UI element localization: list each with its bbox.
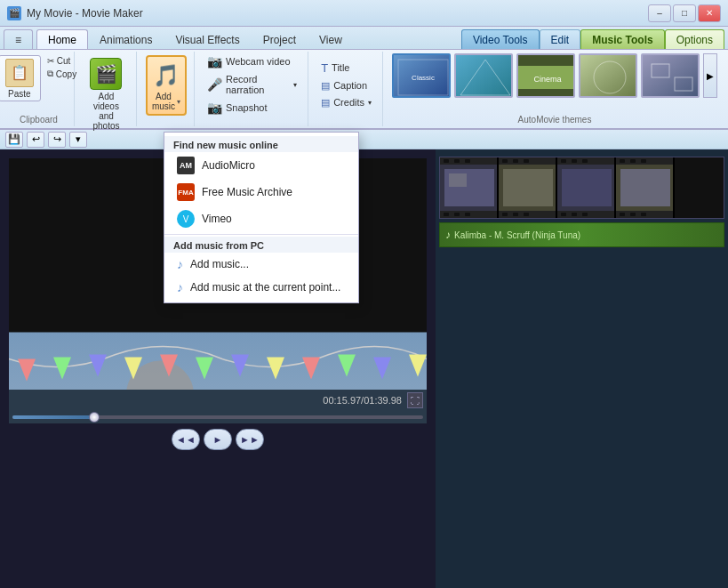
audiomicro-icon: AM: [177, 157, 195, 174]
theme-contemporary[interactable]: [454, 53, 513, 98]
tab-music-tools[interactable]: Music Tools: [580, 29, 664, 49]
title-button[interactable]: T Title: [317, 60, 375, 77]
film-strip: [439, 157, 724, 219]
svg-rect-35: [562, 169, 612, 206]
window-title: My Movie - Movie Maker: [27, 7, 648, 20]
credits-arrow: ▾: [368, 99, 372, 107]
caption-button[interactable]: ▤ Caption: [317, 78, 375, 93]
vimeo-label: Vimeo: [202, 213, 232, 225]
record-narration-button[interactable]: 🎤 Record narration ▾: [204, 72, 300, 97]
film-frame-3[interactable]: [557, 157, 616, 218]
themes-scroll-right[interactable]: ▶: [703, 53, 717, 98]
add-music-label: Add music: [152, 92, 175, 111]
add-videos-button[interactable]: 🎬 Add videos and photos: [84, 55, 129, 133]
timestamp: 00:15.97/01:39.98: [323, 395, 402, 406]
paste-label: Paste: [8, 89, 31, 99]
copy-button[interactable]: ⧉ Copy: [44, 68, 79, 80]
add-music-group: 🎵 Add music ▾: [139, 52, 195, 126]
audiomicro-item[interactable]: AM AudioMicro: [164, 152, 358, 179]
prev-frame-button[interactable]: ◄◄: [172, 429, 200, 450]
tab-view[interactable]: View: [308, 29, 354, 49]
snapshot-button[interactable]: 📷 Snapshot: [204, 99, 300, 117]
tab-options[interactable]: Options: [665, 29, 724, 49]
film-frame-4[interactable]: [616, 157, 675, 218]
add-music-at-point-item[interactable]: ♪ Add music at the current point...: [164, 276, 358, 299]
timestamp-bar: 00:15.97/01:39.98 ⛶: [9, 390, 427, 411]
tab-visual-effects[interactable]: Visual Effects: [164, 29, 251, 49]
vimeo-icon: V: [177, 210, 195, 228]
theme-pan-zoom[interactable]: [641, 53, 700, 98]
play-button[interactable]: ►: [204, 429, 232, 450]
snapshot-label: Snapshot: [226, 102, 267, 113]
webcam-video-button[interactable]: 📷 Webcam video: [204, 52, 300, 70]
automovie-label: AutoMovie themes: [385, 115, 724, 125]
svg-text:Classic: Classic: [412, 74, 435, 82]
progress-track[interactable]: [12, 415, 423, 419]
app-menu-tab[interactable]: ≡: [4, 29, 33, 49]
svg-rect-14: [9, 333, 427, 391]
close-button[interactable]: ✕: [698, 4, 721, 22]
paste-button[interactable]: 📋 Paste: [0, 55, 41, 101]
music-track[interactable]: ♪ Kalimba - M. Scruff (Ninja Tuna): [439, 222, 724, 247]
record-narration-label: Record narration: [226, 74, 290, 95]
credits-button[interactable]: ▤ Credits ▾: [317, 95, 375, 110]
theme-fade[interactable]: [579, 53, 637, 98]
record-narration-arrow: ▾: [293, 81, 297, 89]
add-music-button[interactable]: 🎵 Add music ▾: [146, 55, 187, 116]
film-frame-2[interactable]: [499, 157, 557, 218]
film-frame-1[interactable]: [440, 157, 499, 218]
vimeo-item[interactable]: V Vimeo: [164, 205, 358, 232]
add-music-at-point-label: Add music at the current point...: [190, 281, 340, 294]
app-icon: 🎬: [7, 6, 21, 20]
add-music-dropdown-arrow: ▾: [177, 98, 180, 106]
title-label: Title: [332, 62, 349, 73]
tab-home[interactable]: Home: [36, 29, 88, 49]
note-icon-1: ♪: [177, 257, 183, 271]
save-button[interactable]: 💾: [5, 132, 23, 148]
narration-group: 📷 Webcam video 🎤 Record narration ▾ 📷 Sn…: [196, 52, 308, 126]
dropdown-separator: [164, 234, 358, 235]
undo-button[interactable]: ↩: [27, 132, 44, 148]
tab-project[interactable]: Project: [252, 29, 308, 49]
ribbon-tabs-bar: ≡ Home Animations Visual Effects Project…: [0, 27, 728, 50]
progress-thumb[interactable]: [89, 412, 100, 423]
add-videos-group[interactable]: 🎬 Add videos and photos: [76, 52, 137, 126]
fullscreen-button[interactable]: ⛶: [407, 392, 423, 408]
clipboard-small-buttons: ✂ Cut ⧉ Copy: [44, 55, 79, 80]
redo-button[interactable]: ↪: [48, 132, 66, 148]
main-content: 00:15.97/01:39.98 ⛶ ◄◄ ► ►►: [0, 149, 728, 588]
add-music-dropdown: Find new music online AM AudioMicro FMA …: [164, 132, 359, 303]
minimize-button[interactable]: –: [648, 4, 671, 22]
cut-button[interactable]: ✂ Cut: [44, 55, 79, 67]
title-icon: T: [321, 61, 328, 75]
quick-access-menu[interactable]: ▾: [69, 132, 87, 148]
paste-icon: 📋: [5, 59, 34, 87]
maximize-button[interactable]: □: [673, 4, 696, 22]
tab-video-tools[interactable]: Video Tools: [461, 29, 540, 49]
progress-fill: [12, 415, 94, 419]
fma-item[interactable]: FMA Free Music Archive: [164, 179, 358, 205]
tab-animations[interactable]: Animations: [88, 29, 164, 49]
microphone-icon: 🎤: [207, 77, 222, 92]
camera-icon: 📷: [207, 101, 222, 115]
caption-label: Caption: [333, 80, 367, 91]
webcam-label: Webcam video: [226, 56, 291, 67]
audiomicro-label: AudioMicro: [202, 159, 255, 172]
caption-icon: ▤: [321, 80, 330, 92]
theme-cinematic[interactable]: Cinema: [516, 53, 575, 98]
fma-icon: FMA: [177, 183, 195, 201]
svg-rect-6: [518, 55, 575, 66]
progress-bar-wrap[interactable]: [9, 411, 427, 423]
tab-edit[interactable]: Edit: [540, 29, 581, 49]
add-videos-label: Add videos and photos: [86, 92, 126, 131]
next-frame-button[interactable]: ►►: [236, 429, 264, 450]
transport-controls: ◄◄ ► ►►: [9, 423, 427, 455]
add-music-item[interactable]: ♪ Add music...: [164, 253, 358, 276]
svg-text:Cinema: Cinema: [533, 75, 561, 84]
music-note-icon: 🎵: [150, 60, 182, 92]
theme-classic[interactable]: Classic: [392, 53, 451, 98]
timeline-area: ♪ Kalimba - M. Scruff (Ninja Tuna): [436, 149, 728, 588]
svg-rect-31: [449, 173, 467, 187]
credits-icon: ▤: [321, 97, 330, 109]
credits-label: Credits: [333, 97, 364, 108]
